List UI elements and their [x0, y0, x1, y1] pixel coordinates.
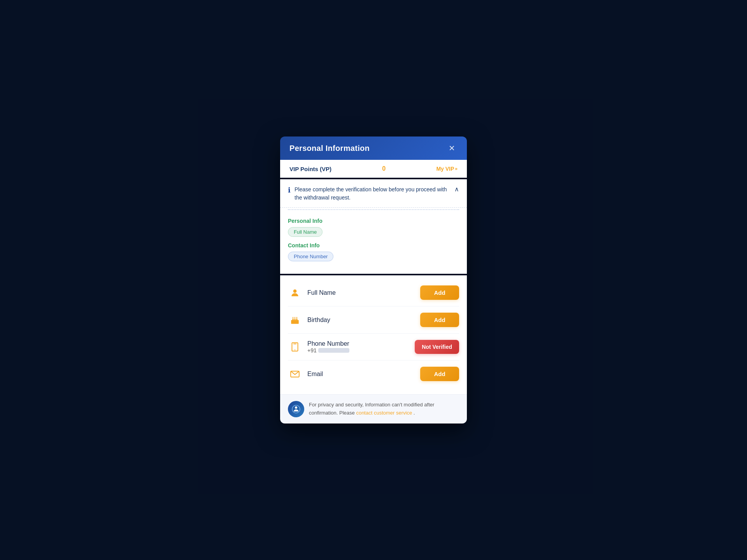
svg-point-11 — [295, 350, 295, 350]
birthday-add-button[interactable]: Add — [420, 313, 459, 327]
privacy-text: For privacy and security, Information ca… — [309, 401, 459, 417]
phone-number-row: Phone Number +91 Not Verified — [288, 334, 459, 360]
birthday-row: Birthday Add — [288, 306, 459, 334]
contact-info-label: Contact Info — [288, 242, 459, 248]
customer-service-link[interactable]: contact customer service — [356, 410, 412, 416]
info-rows-section: Full Name Add — [280, 275, 467, 394]
phone-sub: +91 — [307, 347, 349, 354]
vip-score: 0 — [382, 165, 386, 172]
phone-number-label: Phone Number — [307, 340, 349, 347]
privacy-notice: For privacy and security, Information ca… — [280, 394, 467, 424]
modal-header: Personal Information ✕ — [280, 136, 467, 160]
svg-rect-1 — [291, 320, 299, 324]
svg-point-0 — [293, 289, 297, 293]
svg-point-8 — [293, 317, 293, 317]
phone-not-verified-button[interactable]: Not Verified — [415, 340, 459, 354]
cake-icon — [288, 313, 302, 327]
phone-country-code: +91 — [307, 347, 317, 354]
full-name-add-button[interactable]: Add — [420, 285, 459, 300]
phone-number-tag: Phone Number — [288, 252, 333, 261]
modal-overlay: Personal Information ✕ VIP Points (VP) 0… — [0, 0, 747, 560]
email-add-button[interactable]: Add — [420, 367, 459, 381]
verification-notice: ℹ Please complete the verification below… — [280, 179, 467, 208]
personal-info-label: Personal Info — [288, 218, 459, 224]
notice-text: Please complete the verification below b… — [295, 186, 451, 202]
modal-title: Personal Information — [289, 144, 370, 153]
dotted-separator — [280, 208, 467, 215]
svg-point-10 — [296, 317, 297, 317]
person-icon — [288, 286, 302, 300]
chevron-right-icon: » — [455, 166, 458, 172]
collapse-button[interactable]: ∧ — [454, 186, 459, 193]
full-name-tag: Full Name — [288, 227, 323, 237]
svg-point-9 — [295, 317, 295, 317]
support-avatar — [288, 401, 304, 417]
vip-bar: VIP Points (VP) 0 My VIP » — [280, 160, 467, 178]
email-row: Email Add — [288, 360, 459, 387]
full-name-row: Full Name Add — [288, 279, 459, 306]
close-button[interactable]: ✕ — [446, 144, 458, 153]
info-icon: ℹ — [288, 186, 291, 194]
my-vip-link[interactable]: My VIP » — [436, 166, 458, 172]
svg-point-14 — [295, 406, 297, 409]
personal-info-modal: Personal Information ✕ VIP Points (VP) 0… — [280, 136, 467, 424]
contact-tags: Phone Number — [288, 252, 459, 261]
checklist-section: Personal Info Full Name Contact Info Pho… — [280, 215, 467, 274]
vip-points-label: VIP Points (VP) — [289, 166, 331, 172]
full-name-label: Full Name — [307, 289, 336, 296]
personal-tags: Full Name — [288, 227, 459, 237]
email-label: Email — [307, 371, 323, 378]
email-icon — [288, 367, 302, 381]
phone-masked-number — [318, 348, 349, 353]
phone-icon — [288, 340, 302, 354]
birthday-label: Birthday — [307, 317, 330, 324]
